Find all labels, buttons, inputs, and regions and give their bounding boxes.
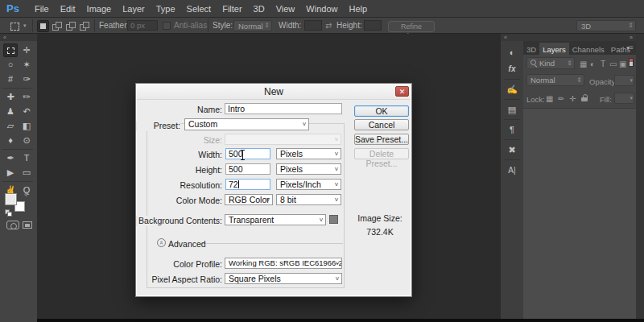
tool-dodge[interactable]: ⊙: [19, 134, 34, 147]
tool-path-selection[interactable]: ▶: [3, 166, 18, 180]
tool-move[interactable]: ✛: [19, 43, 34, 57]
resolution-unit-select[interactable]: Pixels/Inchv: [276, 179, 341, 190]
collapse-panels-icon[interactable]: »: [630, 34, 633, 41]
adjustment-layers-filter-icon[interactable]: ◐: [590, 60, 595, 68]
pixel-layers-filter-icon[interactable]: ▦: [580, 60, 587, 68]
tool-crop[interactable]: #: [3, 72, 18, 86]
menu-help[interactable]: Help: [343, 0, 373, 18]
clone-source-panel-icon[interactable]: ▤: [503, 102, 521, 117]
swap-width-height-icon[interactable]: ⇄: [325, 21, 332, 30]
ok-button[interactable]: OK: [354, 105, 409, 117]
background-contents-select[interactable]: Transparentv: [225, 214, 326, 225]
lock-all-icon[interactable]: [581, 94, 588, 102]
tool-rectangle[interactable]: ▭: [19, 166, 34, 180]
tool-gradient[interactable]: ◧: [19, 119, 34, 133]
tool-eraser[interactable]: ▱: [3, 119, 18, 133]
bit-depth-select[interactable]: 8 bitv: [276, 194, 341, 205]
foreground-color-swatch[interactable]: [6, 194, 16, 204]
adjustments-panel-icon[interactable]: ◐: [503, 45, 521, 60]
quick-mask-button[interactable]: [6, 221, 19, 229]
tool-spot-healing-brush[interactable]: ✚: [3, 90, 18, 104]
tool-magic-wand[interactable]: ✶: [19, 58, 34, 72]
name-input[interactable]: Intro: [225, 103, 342, 114]
menu-edit[interactable]: Edit: [55, 0, 81, 18]
lasso-icon: ○: [8, 60, 14, 69]
lock-position-icon[interactable]: ✛: [569, 95, 576, 103]
tool-clone-stamp[interactable]: ♟: [3, 105, 18, 118]
style-select[interactable]: Normal⇕: [233, 20, 272, 31]
dialog-title[interactable]: New: [137, 85, 411, 100]
screen-mode-button[interactable]: [23, 221, 32, 229]
preset-select[interactable]: Customv: [184, 118, 309, 130]
menu-view[interactable]: View: [270, 0, 301, 18]
cancel-button[interactable]: Cancel: [354, 119, 409, 130]
color-mode-select[interactable]: RGB Colorv: [225, 194, 273, 205]
intersect-selection-button[interactable]: [78, 20, 90, 32]
tool-preset-dropdown-icon[interactable]: ▾: [23, 23, 27, 29]
tool-type[interactable]: T: [19, 151, 34, 165]
expand-panels-icon[interactable]: «: [501, 34, 523, 41]
tool-pen[interactable]: ✒: [3, 151, 18, 165]
height-input[interactable]: [364, 20, 382, 31]
height-unit-select[interactable]: Pixelsv: [276, 163, 341, 175]
panel-menu-icon[interactable]: ▾≡: [626, 44, 634, 52]
lock-image-pixels-icon[interactable]: ✏: [558, 95, 564, 103]
shape-layers-filter-icon[interactable]: ▭: [609, 60, 617, 68]
width-unit-select[interactable]: Pixelsv: [276, 148, 341, 159]
blend-mode-select[interactable]: Normal⇕: [526, 74, 584, 86]
tools-panel: « ✛ ○ ✶ # ✑ ✚ ✏ ♟ ↶ ▱ ◧ ♦ ⊙ ✒ T ▶ ▭ ✌ Q …: [0, 34, 37, 322]
workspace-select[interactable]: 3D⇕: [576, 20, 636, 31]
tool-history-brush[interactable]: ↶: [19, 105, 34, 118]
tool-preset-marquee-icon[interactable]: [10, 23, 19, 31]
feather-input[interactable]: 0 px: [127, 20, 158, 31]
save-preset-button[interactable]: Save Preset...: [354, 134, 409, 145]
color-profile-select[interactable]: Working RGB: sRGB IEC61966-2.1v: [225, 258, 342, 269]
width-input[interactable]: 500: [225, 148, 270, 159]
close-icon[interactable]: ✕: [395, 86, 409, 97]
lock-transparent-pixels-icon[interactable]: ▦: [546, 95, 553, 103]
background-color-swatch[interactable]: [329, 215, 338, 224]
tool-presets-panel-icon[interactable]: ✖: [503, 142, 521, 157]
menu-filter[interactable]: Filter: [217, 0, 247, 18]
tool-blur[interactable]: ♦: [3, 134, 18, 147]
menu-file[interactable]: File: [29, 0, 55, 18]
new-selection-button[interactable]: [37, 20, 49, 32]
height-input[interactable]: 500: [225, 163, 270, 175]
subtract-from-selection-button[interactable]: [64, 20, 76, 32]
width-input[interactable]: [304, 20, 322, 31]
menu-window[interactable]: Window: [300, 0, 343, 18]
advanced-toggle-icon[interactable]: «: [157, 238, 166, 247]
resolution-input[interactable]: 72: [225, 179, 270, 190]
character-panel-icon[interactable]: A|: [503, 163, 521, 177]
actions-panel-icon[interactable]: ✍: [503, 82, 521, 97]
height-label: Height:: [136, 165, 222, 175]
opacity-input[interactable]: ▾: [614, 75, 634, 86]
styles-panel-icon[interactable]: fx: [503, 61, 521, 76]
menu-select[interactable]: Select: [181, 0, 217, 18]
add-to-selection-button[interactable]: [51, 20, 63, 32]
dropdown-arrow-icon: v: [335, 195, 338, 204]
tool-brush[interactable]: ✏: [19, 90, 34, 104]
default-colors-icon[interactable]: [5, 209, 11, 216]
refine-edge-button[interactable]: Refine Edge...: [388, 21, 435, 32]
tool-lasso[interactable]: ○: [3, 58, 18, 72]
menu-3d[interactable]: 3D: [248, 0, 270, 18]
fill-input[interactable]: ▾: [614, 93, 634, 104]
collapse-tools-dock-icon[interactable]: «: [0, 34, 37, 41]
pixel-aspect-ratio-select[interactable]: Square Pixelsv: [225, 273, 342, 284]
menu-type[interactable]: Type: [151, 0, 181, 18]
anti-alias-checkbox[interactable]: [163, 22, 171, 30]
intersect-selection-icon: [80, 22, 89, 31]
menu-layer[interactable]: Layer: [117, 0, 151, 18]
layer-filter-toggle[interactable]: [629, 58, 634, 67]
menu-image[interactable]: Image: [81, 0, 118, 18]
tool-eyedropper[interactable]: ✑: [19, 72, 34, 86]
advanced-label[interactable]: Advanced: [168, 239, 217, 250]
smart-object-filter-icon[interactable]: ▣: [619, 60, 626, 68]
path-selection-icon: ▶: [7, 168, 14, 177]
tool-rectangular-marquee[interactable]: [3, 43, 18, 57]
layer-filter-select[interactable]: Kind⇕: [526, 57, 575, 69]
layers-list[interactable]: [523, 108, 636, 322]
paragraph-panel-icon[interactable]: ¶: [503, 122, 521, 137]
type-layers-filter-icon[interactable]: T: [601, 60, 605, 68]
